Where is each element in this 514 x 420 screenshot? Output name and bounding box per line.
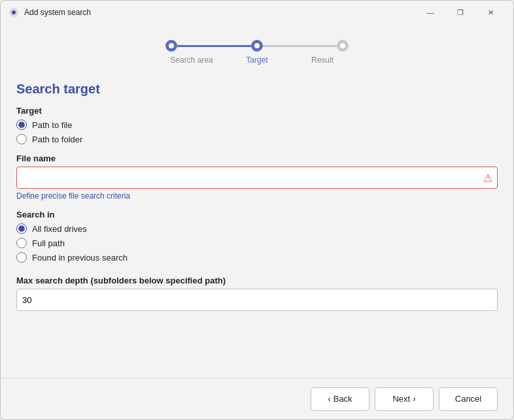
radio-found-previous[interactable] xyxy=(16,252,27,263)
cancel-label: Cancel xyxy=(455,394,481,404)
radio-row-folder: Path to folder xyxy=(16,134,498,144)
target-group-label: Target xyxy=(16,106,498,116)
step-line-1 xyxy=(177,45,251,47)
next-icon: › xyxy=(413,394,415,404)
window: Add system search — ❐ ✕ xyxy=(0,0,514,420)
step-circle-1 xyxy=(165,40,177,52)
step-circle-2 xyxy=(251,40,263,52)
back-label: Back xyxy=(334,394,352,404)
form-area: Search target Target Path to file Path t… xyxy=(1,70,513,378)
radio-full-path[interactable] xyxy=(16,238,27,248)
search-in-label: Search in xyxy=(16,210,498,219)
close-button[interactable]: ✕ xyxy=(475,2,505,23)
step-label-2: Target xyxy=(231,56,283,65)
file-name-label: File name xyxy=(16,153,498,163)
back-button[interactable]: ‹ Back xyxy=(311,387,369,411)
define-link[interactable]: Define precise file search criteria xyxy=(16,191,130,201)
minimize-button[interactable]: — xyxy=(415,2,445,23)
radio-path-to-folder[interactable] xyxy=(16,134,27,144)
search-in-group: Search in All fixed drives Full path Fou… xyxy=(16,210,498,263)
content: Search area Target Result Search target … xyxy=(1,24,513,419)
radio-label-file: Path to file xyxy=(32,120,72,130)
window-title: Add system search xyxy=(24,8,415,17)
step-circle-inner-3 xyxy=(340,43,345,48)
stepper: Search area Target Result xyxy=(1,24,513,70)
step-line-2 xyxy=(263,45,337,47)
app-icon xyxy=(9,7,19,18)
step-label-3: Result xyxy=(296,56,349,65)
window-controls: — ❐ ✕ xyxy=(415,2,505,23)
cancel-button[interactable]: Cancel xyxy=(439,387,498,411)
radio-label-fullpath: Full path xyxy=(32,238,65,248)
radio-row-file: Path to file xyxy=(16,120,498,130)
step-circle-3 xyxy=(337,40,349,52)
section-title: Search target xyxy=(16,82,498,97)
radio-row-previous: Found in previous search xyxy=(16,252,498,263)
radio-all-fixed[interactable] xyxy=(16,223,27,234)
radio-row-fullpath: Full path xyxy=(16,238,498,248)
titlebar: Add system search — ❐ ✕ xyxy=(1,1,513,24)
file-name-wrapper: ⚠ xyxy=(16,167,498,189)
stepper-labels: Search area Target Result xyxy=(165,56,349,65)
next-label: Next xyxy=(392,394,410,404)
radio-label-previous: Found in previous search xyxy=(32,253,128,263)
radio-path-to-file[interactable] xyxy=(16,120,27,130)
radio-row-fixed: All fixed drives xyxy=(16,223,498,234)
footer: ‹ Back Next › Cancel xyxy=(1,378,513,419)
next-button[interactable]: Next › xyxy=(375,387,434,411)
maximize-button[interactable]: ❐ xyxy=(445,2,475,23)
stepper-track xyxy=(165,40,349,52)
file-name-input[interactable] xyxy=(16,167,498,189)
radio-label-folder: Path to folder xyxy=(32,135,82,144)
depth-input[interactable] xyxy=(16,289,498,311)
back-icon: ‹ xyxy=(328,394,330,404)
step-circle-inner-1 xyxy=(169,43,174,48)
depth-label: Max search depth (subfolders below speci… xyxy=(16,276,498,285)
step-label-1: Search area xyxy=(165,56,218,65)
radio-label-fixed: All fixed drives xyxy=(32,224,87,234)
step-circle-inner-2 xyxy=(254,43,260,48)
